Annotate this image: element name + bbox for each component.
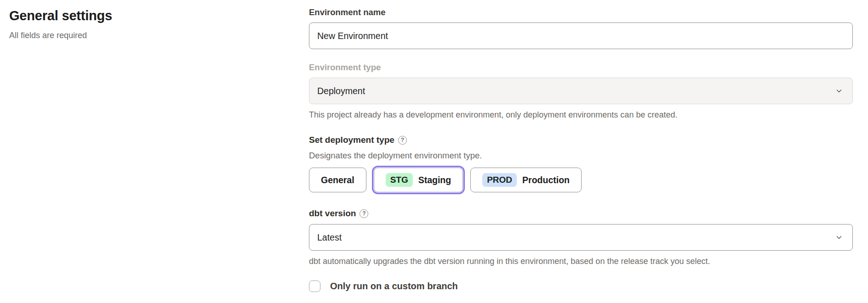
deployment-option-general-label: General bbox=[321, 175, 354, 185]
environment-type-select: Deployment bbox=[309, 78, 853, 104]
dbt-version-helper: dbt automatically upgrades the dbt versi… bbox=[309, 257, 853, 266]
deployment-type-label-text: Set deployment type bbox=[309, 135, 394, 145]
settings-form: Environment name Environment type Deploy… bbox=[309, 0, 853, 303]
dbt-version-label-text: dbt version bbox=[309, 208, 356, 219]
dbt-version-value: Latest bbox=[317, 232, 342, 243]
production-badge: PROD bbox=[482, 173, 517, 187]
custom-branch-label[interactable]: Only run on a custom branch bbox=[330, 281, 458, 292]
environment-name-input[interactable] bbox=[309, 22, 853, 49]
deployment-option-staging[interactable]: STG Staging bbox=[374, 168, 463, 192]
page-subtitle: All fields are required bbox=[9, 31, 309, 40]
settings-header: General settings All fields are required bbox=[0, 0, 309, 303]
dbt-version-section-label: dbt version ? bbox=[309, 208, 853, 219]
deployment-type-options: General STG Staging PROD Production bbox=[309, 168, 853, 192]
deployment-option-staging-label: Staging bbox=[418, 175, 451, 185]
environment-name-label: Environment name bbox=[309, 7, 853, 17]
general-settings-page: General settings All fields are required… bbox=[0, 0, 868, 303]
chevron-down-icon bbox=[835, 87, 843, 95]
deployment-option-production-label: Production bbox=[522, 175, 570, 185]
chevron-down-icon bbox=[835, 234, 843, 241]
environment-type-value: Deployment bbox=[317, 86, 365, 96]
deployment-type-description: Designates the deployment environment ty… bbox=[309, 151, 853, 161]
deployment-option-general[interactable]: General bbox=[309, 168, 366, 192]
help-icon[interactable]: ? bbox=[360, 209, 368, 218]
environment-type-helper: This project already has a development e… bbox=[309, 110, 853, 120]
custom-branch-checkbox[interactable] bbox=[309, 281, 320, 292]
deployment-type-section-label: Set deployment type ? bbox=[309, 135, 853, 145]
staging-badge: STG bbox=[386, 173, 413, 187]
environment-type-label: Environment type bbox=[309, 62, 853, 73]
deployment-option-production[interactable]: PROD Production bbox=[470, 168, 582, 192]
help-icon[interactable]: ? bbox=[398, 136, 407, 145]
custom-branch-row: Only run on a custom branch bbox=[309, 281, 853, 292]
dbt-version-select[interactable]: Latest bbox=[309, 224, 853, 251]
page-title: General settings bbox=[9, 8, 309, 23]
